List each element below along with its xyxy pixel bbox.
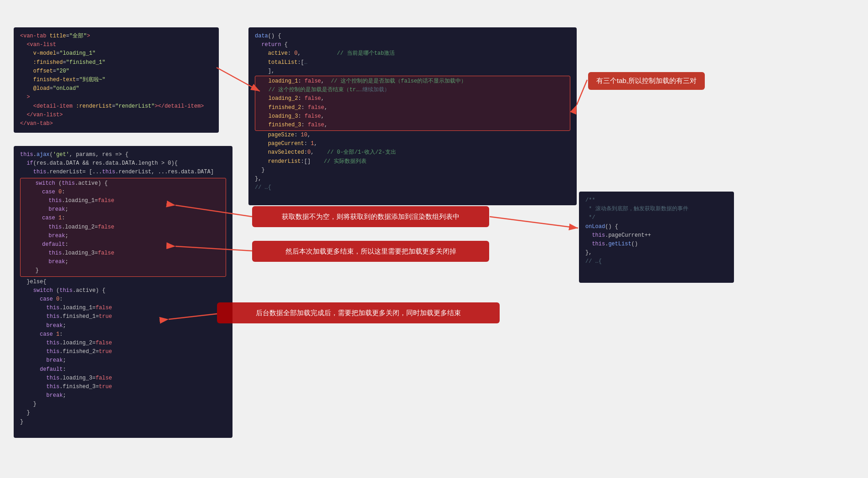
top-left-panel: <van-tab title="全部"> <van-list v-model="… xyxy=(14,27,219,133)
bottom-left-panel: this.ajax('get', params, res => { if(res… xyxy=(14,146,232,438)
top-right-panel: data() { return { active: 0, // 当前是哪个tab… xyxy=(248,27,577,205)
annotation-box-3: 后台数据全部加载完成后，需要把加载更多关闭，同时加载更多结束 xyxy=(217,302,500,323)
annotation-bubble-1: 有三个tab,所以控制加载的有三对 xyxy=(588,72,705,90)
annotation-box-2: 然后本次加载更多结束，所以这里需要把加载更多关闭掉 xyxy=(252,241,489,262)
right-panel: /** * 滚动条到底部，触发获取新数据的事件 */ onLoad() { th… xyxy=(579,192,734,283)
svg-line-3 xyxy=(577,80,587,105)
svg-line-6 xyxy=(490,217,578,228)
annotation-box-1: 获取数据不为空，则将获取到的数据添加到渲染数组列表中 xyxy=(252,206,489,227)
